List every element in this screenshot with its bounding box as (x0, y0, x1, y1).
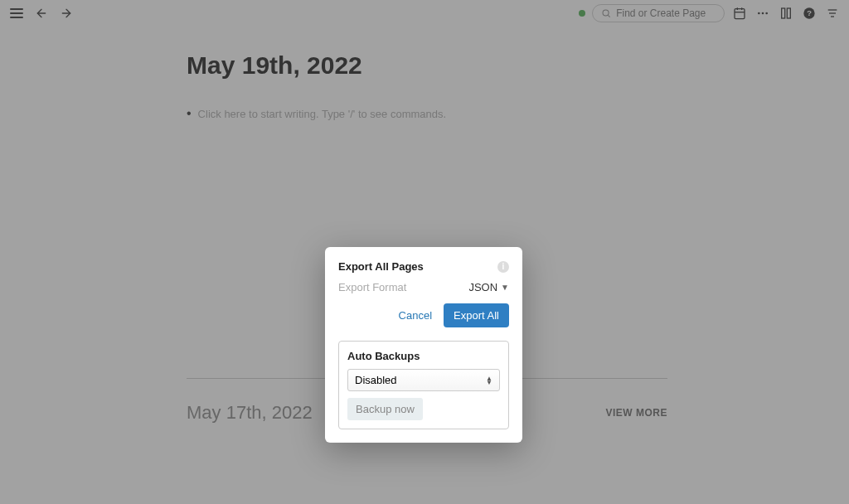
backup-now-button[interactable]: Backup now (347, 398, 423, 420)
info-icon[interactable]: i (497, 261, 509, 273)
backup-select-value: Disabled (355, 374, 397, 386)
format-label: Export Format (338, 281, 406, 293)
export-dialog: Export All Pages i Export Format JSON ▼ … (325, 247, 522, 443)
dialog-header: Export All Pages i (338, 260, 509, 273)
format-value-text: JSON (468, 281, 497, 293)
format-row: Export Format JSON ▼ (338, 281, 509, 293)
backup-select[interactable]: Disabled ▲▼ (347, 369, 500, 391)
dialog-title: Export All Pages (338, 260, 424, 273)
modal-overlay[interactable]: Export All Pages i Export Format JSON ▼ … (0, 0, 849, 504)
backup-title: Auto Backups (347, 350, 500, 362)
cancel-button[interactable]: Cancel (395, 303, 435, 327)
chevron-down-icon: ▼ (501, 283, 509, 292)
export-all-button[interactable]: Export All (444, 303, 509, 327)
format-select[interactable]: JSON ▼ (468, 281, 509, 293)
dialog-actions: Cancel Export All (338, 303, 509, 327)
select-arrows-icon: ▲▼ (486, 376, 492, 385)
backup-section: Auto Backups Disabled ▲▼ Backup now (338, 341, 509, 429)
